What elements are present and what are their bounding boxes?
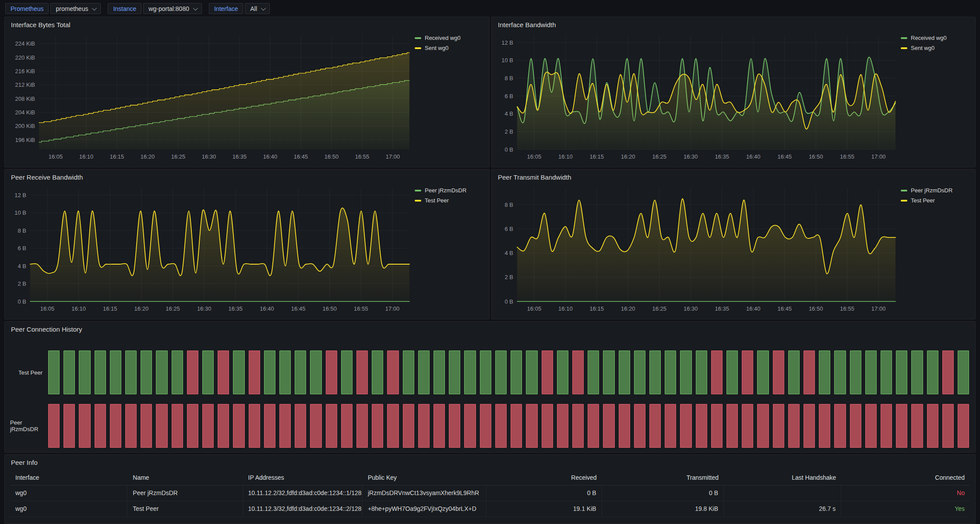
legend-swatch [901, 200, 907, 202]
status-bar-up [464, 351, 476, 394]
column-header-transmitted[interactable]: Transmitted [602, 471, 724, 485]
legend-item[interactable]: Test Peer [901, 197, 970, 204]
y-tick-label: 4 B [504, 250, 513, 256]
y-tick-label: 0 B [504, 146, 513, 153]
table-row: wg0Test Peer10.11.12.3/32,fdfd:d3ad:c0de… [10, 501, 970, 517]
status-bar-down [572, 404, 584, 448]
status-bar-down [387, 351, 398, 394]
status-bar-down [156, 404, 167, 448]
status-bar-down [372, 404, 383, 448]
panel-peer-info: Peer Info InterfaceNameIP AddressesPubli… [4, 454, 976, 524]
history-row: Peer jRzmDsDR [10, 404, 969, 448]
status-bar-down [542, 404, 553, 448]
legend-label: Test Peer [425, 197, 449, 204]
status-bar-up [372, 351, 383, 394]
status-bar-up [48, 351, 60, 394]
panel-title[interactable]: Peer Info [11, 458, 970, 468]
status-bar-down [218, 351, 229, 394]
legend-swatch [901, 37, 907, 39]
x-tick-label: 17:00 [386, 153, 400, 160]
variable-value-prometheus-dropdown[interactable]: prometheus [50, 3, 101, 14]
legend-item[interactable]: Peer jRzmDsDR [901, 187, 970, 194]
chart-canvas: 0 B2 B4 B6 B8 B16:0516:1016:1516:2016:25… [497, 184, 899, 315]
y-tick-label: 196 KiB [15, 137, 35, 143]
panel-title[interactable]: Interface Bytes Total [11, 21, 484, 30]
status-bar-down [757, 404, 768, 448]
x-tick-label: 16:30 [684, 153, 698, 160]
status-bar-up [418, 351, 430, 394]
variables-bar: Prometheus prometheus Instance wg-portal… [5, 3, 270, 14]
table-cell: No [841, 485, 970, 501]
y-tick-label: 216 KiB [15, 68, 35, 74]
column-header-last-handshake[interactable]: Last Handshake [724, 471, 841, 485]
variable-label-instance: Instance [108, 3, 141, 14]
status-bar-down [634, 404, 645, 448]
x-tick-label: 16:15 [590, 305, 604, 312]
x-tick-label: 16:55 [355, 153, 370, 160]
column-header-interface[interactable]: Interface [10, 471, 127, 485]
chart-wrap: 0 B2 B4 B6 B8 B16:0516:1016:1516:2016:25… [497, 184, 970, 315]
x-tick-label: 16:25 [166, 305, 180, 312]
column-header-name[interactable]: Name [127, 471, 243, 485]
column-header-received[interactable]: Received [486, 471, 602, 485]
column-header-connected[interactable]: Connected [841, 471, 970, 485]
status-bar-up [665, 351, 676, 394]
x-tick-label: 16:45 [294, 153, 308, 160]
x-tick-label: 16:15 [110, 153, 124, 160]
status-bar-up [680, 351, 691, 394]
y-tick-label: 8 B [504, 202, 513, 208]
legend-item[interactable]: Peer jRzmDsDR [415, 187, 484, 194]
legend-label: Received wg0 [911, 35, 947, 41]
variable-interface: Interface All [209, 3, 270, 14]
legend-item[interactable]: Sent wg0 [901, 45, 970, 51]
status-bar-up [511, 351, 522, 394]
status-bar-down [202, 404, 214, 448]
panel-title[interactable]: Peer Receive Bandwidth [11, 173, 484, 183]
legend-item[interactable]: Received wg0 [901, 35, 970, 41]
table-cell: 0 B [602, 485, 724, 501]
x-tick-label: 16:30 [197, 305, 212, 312]
x-tick-label: 16:45 [777, 305, 792, 312]
y-tick-label: 2 B [504, 274, 513, 280]
status-bar-up [819, 351, 830, 394]
legend-item[interactable]: Test Peer [415, 197, 484, 204]
status-bar-down [726, 404, 738, 448]
status-bar-up [526, 351, 537, 394]
x-tick-label: 16:55 [840, 153, 854, 160]
variable-value-instance-dropdown[interactable]: wg-portal:8080 [143, 3, 202, 14]
panel-interface-bytes-total: Interface Bytes Total 196 KiB200 KiB204 … [4, 17, 490, 167]
status-bar-up [125, 351, 137, 394]
status-bar-down [326, 404, 337, 448]
status-bar-up [310, 351, 321, 394]
grafana-dashboard: Prometheus prometheus Instance wg-portal… [0, 0, 980, 524]
legend-item[interactable]: Received wg0 [415, 35, 484, 41]
status-bar-down [418, 404, 430, 448]
variable-value-interface-dropdown[interactable]: All [245, 3, 270, 14]
x-tick-label: 16:30 [202, 153, 216, 160]
status-bar-down [495, 404, 507, 448]
x-tick-label: 16:05 [527, 153, 542, 160]
history-bars [48, 351, 969, 394]
chart-legend: Received wg0Sent wg0 [413, 31, 484, 163]
plot-area: 196 KiB200 KiB204 KiB208 KiB212 KiB216 K… [10, 31, 413, 163]
chart-canvas: 0 B2 B4 B6 B8 B10 B12 B16:0516:1016:1516… [497, 31, 899, 163]
panel-title[interactable]: Peer Transmit Bandwidth [498, 173, 970, 183]
chart-wrap: 196 KiB200 KiB204 KiB208 KiB212 KiB216 K… [10, 31, 484, 163]
column-header-public-key[interactable]: Public Key [363, 471, 487, 485]
legend-item[interactable]: Sent wg0 [415, 45, 484, 51]
y-tick-label: 4 B [18, 263, 26, 269]
x-tick-label: 16:10 [79, 153, 94, 160]
status-bar-down [619, 404, 630, 448]
y-tick-label: 0 B [504, 298, 513, 305]
legend-swatch [415, 37, 421, 39]
status-bar-down [480, 404, 491, 448]
y-tick-label: 6 B [18, 245, 26, 251]
status-bar-down [603, 404, 614, 448]
column-header-ip-addresses[interactable]: IP Addresses [243, 471, 363, 485]
status-bar-up [911, 351, 923, 394]
status-bar-up [95, 351, 106, 394]
history-row-label: Test Peer [10, 351, 48, 394]
panel-title[interactable]: Interface Bandwidth [498, 21, 970, 30]
panel-title[interactable]: Peer Connection History [11, 325, 970, 335]
status-bar-up [403, 351, 414, 394]
